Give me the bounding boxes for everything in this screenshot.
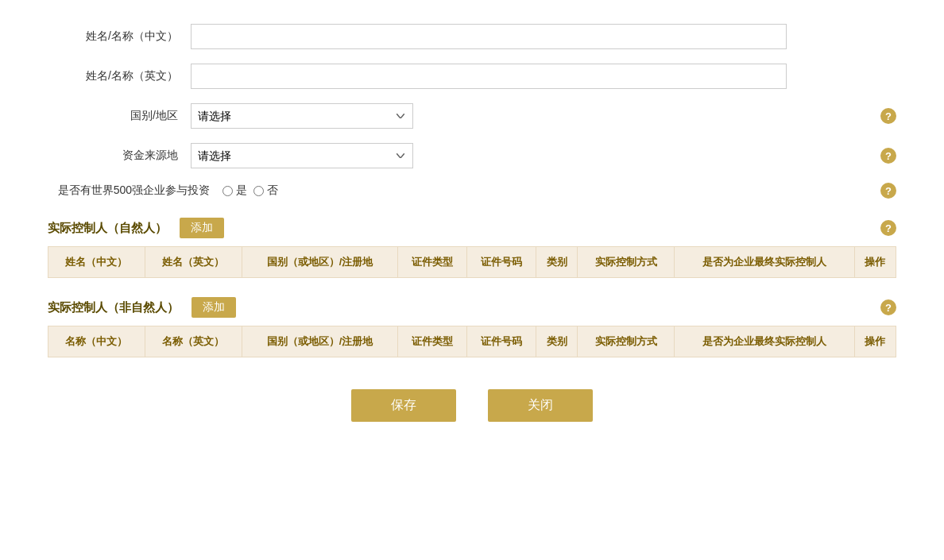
section2-col-cert-no: 证件号码 <box>467 326 536 357</box>
section1-col-cert-type: 证件类型 <box>398 247 467 278</box>
fortune500-help-wrap: ? <box>278 183 896 199</box>
fortune500-no-option[interactable]: 否 <box>253 183 278 198</box>
country-help-wrap: ? <box>413 108 896 124</box>
section2-header-row: 名称（中文） 名称（英文） 国别（或地区）/注册地 证件类型 证件号码 类别 实… <box>48 326 896 357</box>
section2-header: 实际控制人（非自然人） 添加 ? <box>48 297 896 318</box>
fortune500-yes-option[interactable]: 是 <box>222 183 247 198</box>
fund-source-field-wrap: 请选择 ? <box>191 143 896 168</box>
fund-source-row: 资金来源地 请选择 ? <box>48 143 896 168</box>
section2-help-icon[interactable]: ? <box>880 299 896 315</box>
country-help-icon[interactable]: ? <box>880 108 896 124</box>
section1-col-cert-no: 证件号码 <box>467 247 536 278</box>
name-en-label: 姓名/名称（英文） <box>48 69 191 83</box>
fortune500-no-label: 否 <box>267 183 278 198</box>
name-cn-row: 姓名/名称（中文） <box>48 24 896 49</box>
fund-source-select[interactable]: 请选择 <box>191 143 413 168</box>
section1-col-ultimate-controller: 是否为企业最终实际控制人 <box>675 247 854 278</box>
section1-add-button[interactable]: 添加 <box>180 218 224 238</box>
country-label: 国别/地区 <box>48 109 191 123</box>
section1-col-category: 类别 <box>536 247 578 278</box>
section1-help-icon[interactable]: ? <box>880 220 896 236</box>
fortune500-label: 是否有世界500强企业参与投资 <box>48 183 222 198</box>
section2-title: 实际控制人（非自然人） <box>48 300 179 315</box>
fortune500-yes-label: 是 <box>236 183 247 198</box>
section2-col-cert-type: 证件类型 <box>398 326 467 357</box>
section1-header: 实际控制人（自然人） 添加 ? <box>48 218 896 238</box>
section2-col-operation: 操作 <box>854 326 896 357</box>
fortune500-yes-radio[interactable] <box>222 186 233 196</box>
section2-table: 名称（中文） 名称（英文） 国别（或地区）/注册地 证件类型 证件号码 类别 实… <box>48 326 896 357</box>
name-cn-label: 姓名/名称（中文） <box>48 29 191 44</box>
save-button[interactable]: 保存 <box>351 389 456 422</box>
fortune500-radio-group: 是 否 <box>222 183 278 198</box>
name-en-input[interactable] <box>191 64 787 89</box>
name-cn-input[interactable] <box>191 24 787 49</box>
name-en-field <box>191 64 896 89</box>
section1-header-row: 姓名（中文） 姓名（英文） 国别（或地区）/注册地 证件类型 证件号码 类别 实… <box>48 247 896 278</box>
fortune500-help-icon[interactable]: ? <box>880 183 896 199</box>
section2-col-country: 国别（或地区）/注册地 <box>242 326 397 357</box>
country-select[interactable]: 请选择 <box>191 103 413 129</box>
section2-col-name-cn: 名称（中文） <box>48 326 145 357</box>
fortune500-no-radio[interactable] <box>253 186 264 196</box>
fund-source-help-icon[interactable]: ? <box>880 148 896 164</box>
section1-col-name-cn: 姓名（中文） <box>48 247 145 278</box>
section1-col-control-method: 实际控制方式 <box>578 247 675 278</box>
section2-col-category: 类别 <box>536 326 578 357</box>
section1-col-country: 国别（或地区）/注册地 <box>242 247 397 278</box>
country-row: 国别/地区 请选择 ? <box>48 103 896 129</box>
section2-col-name-en: 名称（英文） <box>145 326 242 357</box>
section1-table-head: 姓名（中文） 姓名（英文） 国别（或地区）/注册地 证件类型 证件号码 类别 实… <box>48 247 896 278</box>
close-button[interactable]: 关闭 <box>488 389 593 422</box>
fortune500-field-wrap: 是 否 ? <box>222 183 896 199</box>
section2-add-button[interactable]: 添加 <box>192 297 236 318</box>
section2-table-head: 名称（中文） 名称（英文） 国别（或地区）/注册地 证件类型 证件号码 类别 实… <box>48 326 896 357</box>
name-en-row: 姓名/名称（英文） <box>48 64 896 89</box>
country-field-wrap: 请选择 ? <box>191 103 896 129</box>
fortune500-row: 是否有世界500强企业参与投资 是 否 ? <box>48 183 896 199</box>
section1-help-wrap: ? <box>871 220 896 236</box>
bottom-btn-row: 保存 关闭 <box>48 389 896 422</box>
section2-col-ultimate-controller: 是否为企业最终实际控制人 <box>675 326 854 357</box>
section1-col-operation: 操作 <box>854 247 896 278</box>
fund-source-label: 资金来源地 <box>48 149 191 163</box>
section1-title: 实际控制人（自然人） <box>48 221 167 236</box>
section2-col-control-method: 实际控制方式 <box>578 326 675 357</box>
page-container: 姓名/名称（中文） 姓名/名称（英文） 国别/地区 请选择 ? 资金来源地 请选… <box>0 0 944 454</box>
name-cn-field <box>191 24 896 49</box>
section1-col-name-en: 姓名（英文） <box>145 247 242 278</box>
section2-help-wrap: ? <box>871 299 896 315</box>
section1-table: 姓名（中文） 姓名（英文） 国别（或地区）/注册地 证件类型 证件号码 类别 实… <box>48 246 896 278</box>
fund-source-help-wrap: ? <box>413 148 896 164</box>
